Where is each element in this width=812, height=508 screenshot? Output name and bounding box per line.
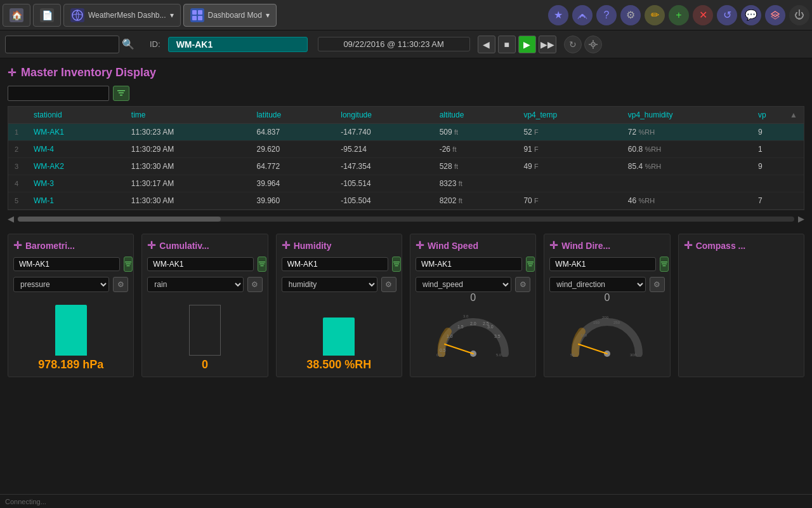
widget-cumulativ-select-row: rain ⚙ xyxy=(147,277,262,292)
widget-humidity-station[interactable] xyxy=(282,257,388,271)
close-button[interactable]: ✕ xyxy=(693,5,713,25)
widget-wind-speed-move[interactable]: ✛ xyxy=(416,239,424,251)
row-vp4-temp: 52 F xyxy=(517,124,621,141)
svg-point-9 xyxy=(593,44,594,45)
widget-humidity-gear[interactable]: ⚙ xyxy=(381,277,396,292)
widget-barometri-station[interactable] xyxy=(13,257,120,271)
widget-wind-speed-cfg[interactable] xyxy=(526,257,535,272)
widget-humidity-move[interactable]: ✛ xyxy=(282,239,290,251)
row-altitude: 528 ft xyxy=(433,158,518,175)
chat-button[interactable]: 💬 xyxy=(741,5,761,25)
row-vp-extra: 9 xyxy=(752,158,783,175)
search-input[interactable] xyxy=(5,36,119,53)
svg-line-51 xyxy=(579,344,607,354)
scroll-right-arrow[interactable]: ▶ xyxy=(798,214,804,224)
row-time: 11:30:30 AM xyxy=(125,192,251,210)
row-longitude: -95.214 xyxy=(334,141,433,158)
widget-humidity-cfg[interactable] xyxy=(392,257,401,272)
tab-dashboard[interactable]: Dashboard Mod ▾ xyxy=(183,4,277,27)
svg-rect-21 xyxy=(259,264,265,264)
widget-wind-direction-select-row: wind_direction ⚙ xyxy=(549,277,664,292)
tab-home[interactable]: 🏠 xyxy=(3,4,30,27)
col-altitude[interactable]: altitude xyxy=(433,107,518,124)
search-icon[interactable]: 🔍 xyxy=(122,38,134,50)
inventory-panel: ✛ Master Inventory Display stationid xyxy=(8,66,804,227)
widget-compass: ✛ Compass ... xyxy=(678,234,804,377)
table-row[interactable]: 2 WM-4 11:30:29 AM 29.620 -95.214 -26 ft… xyxy=(8,141,804,158)
table-row[interactable]: 5 WM-1 11:30:30 AM 39.960 -105.504 8202 … xyxy=(8,192,804,210)
undo-button[interactable]: ↺ xyxy=(717,5,737,25)
stop-button[interactable]: ■ xyxy=(498,36,516,53)
scroll-left-arrow[interactable]: ◀ xyxy=(8,214,14,224)
widget-barometri-cfg[interactable] xyxy=(124,257,133,272)
table-row[interactable]: 4 WM-3 11:30:17 AM 39.964 -105.514 8323 … xyxy=(8,175,804,192)
svg-text:200: 200 xyxy=(602,316,609,319)
play-button[interactable]: ▶ xyxy=(518,36,536,53)
widget-cumulativ-move[interactable]: ✛ xyxy=(147,239,155,251)
col-vp4-humidity[interactable]: vp4_humidity xyxy=(622,107,752,124)
tab-weathermesh[interactable]: WeatherMesh Dashb... ▾ xyxy=(63,4,181,27)
svg-text:0.5: 0.5 xyxy=(440,348,446,352)
wind-direction-gauge-svg: 50 100 150 200 250 300 xyxy=(569,306,645,357)
svg-rect-24 xyxy=(394,264,399,264)
svg-rect-42 xyxy=(662,264,667,264)
col-stationid[interactable]: stationid xyxy=(27,107,125,124)
signal-button[interactable] xyxy=(572,5,593,25)
row-vp4-temp: 70 F xyxy=(517,192,621,210)
widget-cumulativ-gear[interactable]: ⚙ xyxy=(247,277,263,292)
settings-button[interactable]: ⚙ xyxy=(620,5,641,25)
filter-input[interactable] xyxy=(8,86,109,101)
col-vp4-temp[interactable]: vp4_temp xyxy=(517,107,621,124)
edit-button[interactable]: ✏ xyxy=(645,5,665,25)
row-latitude: 64.772 xyxy=(250,158,334,175)
scroll-thumb[interactable] xyxy=(18,217,221,222)
widget-barometri-controls xyxy=(13,257,128,272)
scroll-track[interactable] xyxy=(18,217,794,222)
filter-button[interactable] xyxy=(113,86,129,101)
horizontal-scrollbar[interactable]: ◀ ▶ xyxy=(8,210,804,227)
status-bar: Connecting... xyxy=(0,494,812,508)
col-latitude[interactable]: latitude xyxy=(250,107,334,124)
row-vp4-temp: 91 F xyxy=(517,141,621,158)
fast-forward-button[interactable]: ▶▶ xyxy=(539,36,556,53)
widget-wind-direction-move[interactable]: ✛ xyxy=(549,239,558,251)
widget-barometri-select[interactable]: pressure xyxy=(13,277,109,292)
widget-wind-direction-station[interactable] xyxy=(549,257,656,271)
widget-barometri-gear[interactable]: ⚙ xyxy=(113,277,128,292)
table-row[interactable]: 1 WM-AK1 11:30:23 AM 64.837 -147.740 509… xyxy=(8,124,804,141)
widget-wind-speed-controls xyxy=(416,257,530,272)
config-button[interactable] xyxy=(584,36,602,53)
add-button[interactable]: + xyxy=(669,5,689,25)
widget-wind-speed-select[interactable]: wind_speed xyxy=(416,277,511,292)
svg-rect-3 xyxy=(192,16,197,20)
widget-cumulativ-cfg[interactable] xyxy=(258,257,266,272)
widget-cumulativ-value: 0 xyxy=(147,358,262,371)
widget-cumulativ-station[interactable] xyxy=(147,257,254,271)
row-vp4-humidity xyxy=(622,175,752,192)
widget-wind-direction-gear[interactable]: ⚙ xyxy=(650,277,665,292)
star-button[interactable]: ★ xyxy=(548,5,568,25)
humidity-bar xyxy=(323,318,355,356)
svg-rect-2 xyxy=(198,10,202,15)
status-text: Connecting... xyxy=(5,498,46,505)
widget-wind-speed-station[interactable] xyxy=(416,257,522,271)
widget-wind-direction-select[interactable]: wind_direction xyxy=(549,277,645,292)
tab-file[interactable]: 📄 xyxy=(33,4,61,27)
help-button[interactable]: ? xyxy=(596,5,617,25)
widget-wind-direction-cfg[interactable] xyxy=(660,257,669,272)
power-button[interactable]: ⏻ xyxy=(789,5,809,25)
widget-cumulativ-select[interactable]: rain xyxy=(147,277,243,292)
svg-text:1.0: 1.0 xyxy=(447,334,453,338)
widget-barometri-move[interactable]: ✛ xyxy=(13,239,22,251)
col-time[interactable]: time xyxy=(125,107,251,124)
widget-wind-speed-gear[interactable]: ⚙ xyxy=(515,277,530,292)
table-row[interactable]: 3 WM-AK2 11:30:30 AM 64.772 -147.354 528… xyxy=(8,158,804,175)
rewind-button[interactable]: ◀ xyxy=(478,36,495,53)
move-icon[interactable]: ✛ xyxy=(8,67,16,79)
widget-humidity-select[interactable]: humidity xyxy=(282,277,377,292)
layers-button[interactable] xyxy=(765,5,785,25)
refresh-button[interactable]: ↻ xyxy=(564,36,582,53)
col-vp[interactable]: vp xyxy=(752,107,783,124)
col-longitude[interactable]: longitude xyxy=(334,107,433,124)
widget-compass-move[interactable]: ✛ xyxy=(684,239,692,251)
